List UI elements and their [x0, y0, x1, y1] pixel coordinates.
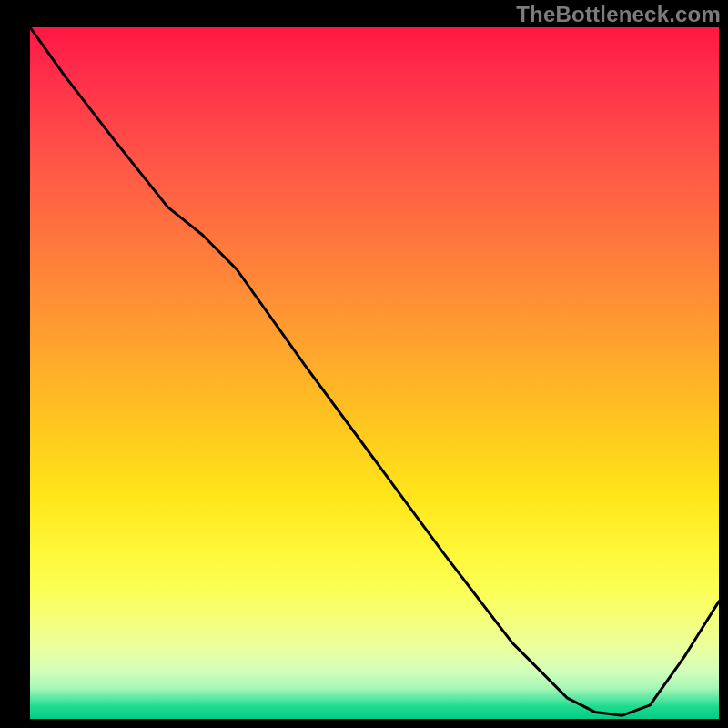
curve-svg [30, 27, 719, 719]
chart-frame: TheBottleneck.com [0, 0, 728, 728]
plot-area [30, 27, 719, 719]
watermark-text: TheBottleneck.com [516, 2, 721, 27]
curve-path [30, 27, 719, 715]
